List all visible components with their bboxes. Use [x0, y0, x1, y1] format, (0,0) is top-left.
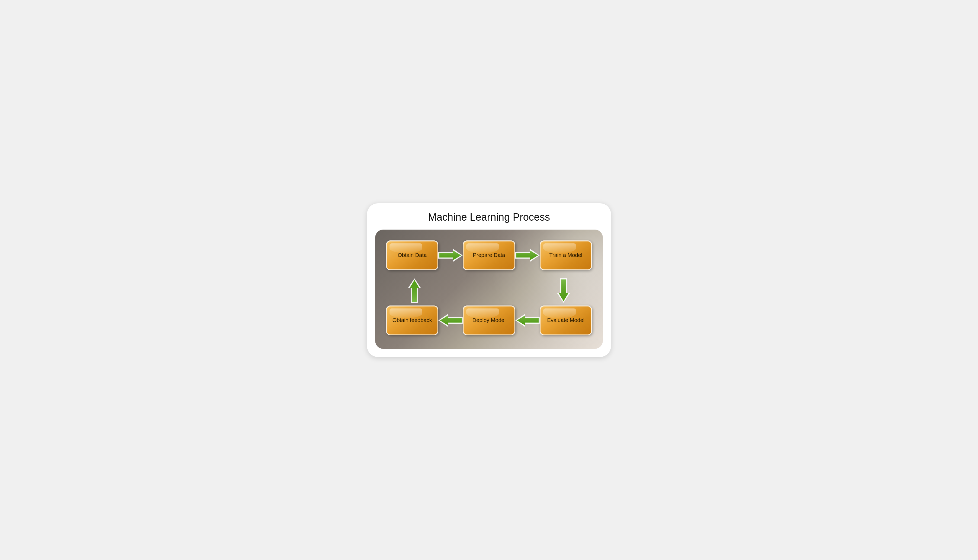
- obtain-feedback-label: Obtain feedback: [393, 317, 432, 323]
- arrow-left-1: [438, 313, 463, 328]
- bottom-row: Obtain feedback Dep: [386, 305, 592, 335]
- up-arrow-area: [386, 278, 443, 303]
- arrow-right-1: [438, 248, 463, 263]
- prepare-data-box: Prepare Data: [463, 240, 515, 270]
- page-title: Machine Learning Process: [375, 212, 603, 223]
- arrow-left-2: [515, 313, 540, 328]
- evaluate-model-label: Evaluate Model: [547, 317, 585, 323]
- obtain-data-box: Obtain Data: [386, 240, 438, 270]
- obtain-data-label: Obtain Data: [398, 252, 427, 258]
- arrow-down: [556, 278, 571, 303]
- evaluate-model-box: Evaluate Model: [540, 305, 592, 335]
- deploy-model-box: Deploy Model: [463, 305, 515, 335]
- middle-section: [386, 278, 592, 303]
- down-arrow-area: [535, 278, 592, 303]
- obtain-feedback-box: Obtain feedback: [386, 305, 438, 335]
- arrow-up: [407, 278, 422, 303]
- arrow-right-2: [515, 248, 540, 263]
- prepare-data-label: Prepare Data: [473, 252, 505, 258]
- top-row: Obtain Data: [386, 240, 592, 270]
- page-wrapper: Machine Learning Process Obtain Data: [367, 203, 611, 357]
- diagram-container: Obtain Data: [375, 230, 603, 349]
- train-model-label: Train a Model: [550, 252, 583, 258]
- train-model-box: Train a Model: [540, 240, 592, 270]
- deploy-model-label: Deploy Model: [473, 317, 505, 323]
